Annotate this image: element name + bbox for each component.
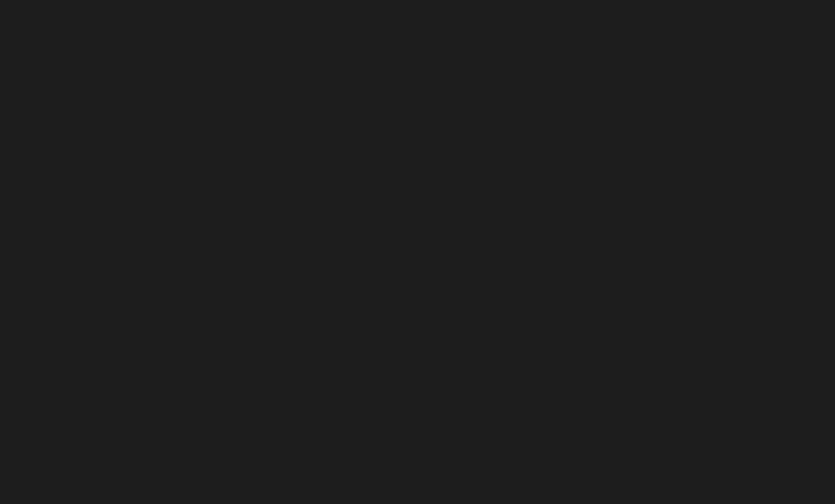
octane-render-window [0,0,835,504]
